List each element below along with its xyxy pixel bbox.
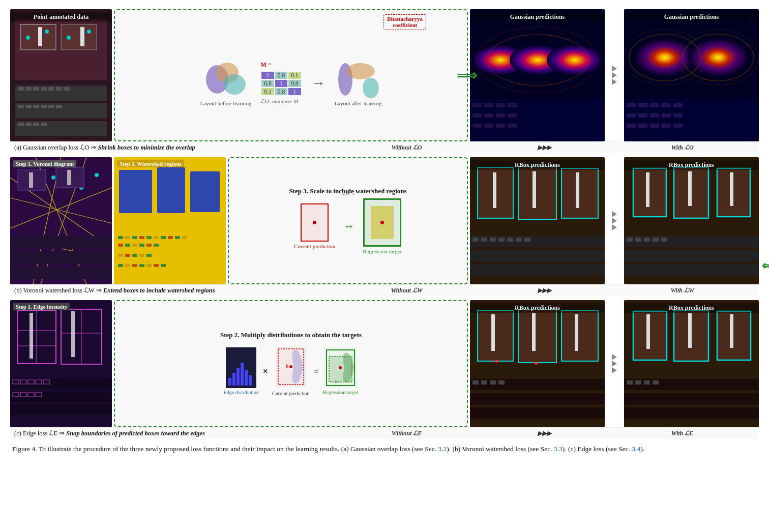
svg-rect-209 bbox=[470, 407, 605, 419]
with-lo: With ℒO bbox=[615, 144, 750, 152]
circles-after bbox=[335, 60, 381, 98]
carr1 bbox=[612, 354, 617, 360]
step1-voronoi-label: Step 1. Voronoi diagram bbox=[13, 160, 76, 167]
svg-rect-108 bbox=[161, 236, 166, 239]
svg-rect-64 bbox=[627, 103, 636, 107]
target-box bbox=[363, 198, 401, 247]
svg-rect-102 bbox=[118, 236, 123, 239]
svg-rect-210 bbox=[472, 380, 479, 385]
svg-rect-110 bbox=[175, 236, 180, 239]
svg-rect-159 bbox=[644, 238, 650, 242]
svg-rect-69 bbox=[627, 113, 636, 117]
svg-rect-225 bbox=[624, 407, 759, 419]
svg-rect-222 bbox=[730, 314, 733, 348]
svg-rect-141 bbox=[481, 238, 487, 242]
svg-rect-204 bbox=[491, 314, 495, 351]
svg-rect-46 bbox=[496, 103, 505, 107]
svg-rect-116 bbox=[146, 244, 152, 247]
svg-rect-118 bbox=[118, 254, 123, 257]
svg-rect-121 bbox=[139, 254, 144, 257]
svg-rect-65 bbox=[638, 103, 647, 107]
rbox-transition-arrow-b bbox=[607, 157, 622, 284]
svg-rect-100 bbox=[157, 167, 185, 213]
lo-minimize-label: ℒO: minimize M bbox=[260, 98, 302, 105]
step2-edge-panel: Step 2. Multiply distributions to obtain… bbox=[114, 300, 468, 427]
point-annotated-panel: Point-annotated data bbox=[10, 9, 112, 141]
gauss-panel-2: Gaussian predictions bbox=[624, 9, 759, 141]
svg-rect-190 bbox=[249, 375, 252, 386]
svg-rect-66 bbox=[650, 103, 659, 107]
svg-rect-142 bbox=[490, 238, 496, 242]
svg-rect-5 bbox=[38, 27, 42, 46]
svg-rect-26 bbox=[56, 105, 62, 108]
svg-rect-96 bbox=[10, 251, 112, 264]
svg-rect-48 bbox=[472, 113, 482, 117]
svg-point-194 bbox=[289, 365, 292, 368]
caption-a-text: (a) Gaussian overlap loss ℒO ⇒ bbox=[14, 143, 96, 152]
right-arrow-c: ⟸ bbox=[762, 259, 769, 273]
caption-b-italic: Extend boxes to include watershed region… bbox=[103, 287, 215, 294]
before-label: Layout before learning bbox=[200, 100, 252, 106]
equals-op: = bbox=[314, 366, 319, 377]
step3-panel: Step 3. Scale to include watershed regio… bbox=[228, 157, 468, 284]
svg-rect-20 bbox=[64, 87, 70, 91]
with-lw: With ℒW bbox=[615, 287, 750, 294]
diagram-row: Layout before learning M = 10.80.1 0.810… bbox=[200, 60, 382, 106]
svg-rect-51 bbox=[508, 113, 517, 117]
without-le: Without ℒE bbox=[339, 430, 474, 437]
svg-rect-18 bbox=[48, 87, 54, 91]
svg-rect-47 bbox=[508, 103, 517, 107]
svg-rect-24 bbox=[41, 105, 47, 108]
svg-rect-101 bbox=[190, 171, 220, 212]
svg-rect-136 bbox=[576, 172, 579, 208]
svg-rect-128 bbox=[154, 264, 159, 267]
svg-rect-219 bbox=[717, 311, 751, 360]
transition-arrow-text-c: ▶▶▶ bbox=[477, 430, 612, 437]
caption-a: (a) Gaussian overlap loss ℒO ⇒ Shrink bo… bbox=[10, 141, 759, 153]
svg-rect-212 bbox=[490, 380, 496, 385]
svg-rect-97 bbox=[10, 267, 112, 279]
svg-rect-76 bbox=[650, 124, 659, 128]
svg-rect-205 bbox=[532, 313, 536, 351]
circles-before bbox=[203, 60, 249, 98]
svg-rect-44 bbox=[472, 103, 482, 107]
current-pred-edge-block: h Current prediction bbox=[272, 346, 310, 396]
svg-rect-211 bbox=[481, 380, 487, 385]
rbox3-title: RBox predictions bbox=[470, 303, 605, 313]
svg-rect-144 bbox=[507, 238, 513, 242]
reg-target-edge-block: ht Regression target bbox=[323, 347, 359, 395]
svg-rect-117 bbox=[154, 244, 159, 247]
aerial-inner: Point-annotated data bbox=[10, 9, 112, 141]
multi-arrow bbox=[612, 66, 617, 85]
caption-b: (b) Voronoi watershed loss ℒW ⇒ Extend b… bbox=[10, 284, 759, 296]
right-arrow-a: ⟹ bbox=[457, 67, 477, 84]
svg-rect-132 bbox=[518, 166, 556, 220]
svg-rect-17 bbox=[41, 87, 47, 91]
rbox4-title: RBox predictions bbox=[624, 303, 759, 313]
gauss-panel-1: Gaussian predictions bbox=[470, 9, 605, 141]
svg-text:ht: ht bbox=[335, 379, 339, 384]
svg-rect-115 bbox=[139, 244, 144, 247]
step3-boxes: ℒW ↕ Current prediction ↔ bbox=[294, 198, 401, 254]
bhatta-label: Bhattacharyya coefficient bbox=[383, 14, 426, 29]
svg-rect-99 bbox=[119, 170, 152, 213]
svg-rect-55 bbox=[508, 124, 517, 128]
edge-dist-label: Edge distribution bbox=[224, 390, 259, 395]
step2-edge-title: Step 2. Multiply distributions to obtain… bbox=[220, 331, 362, 339]
gauss2-title: Gaussian predictions bbox=[624, 12, 759, 22]
svg-point-10 bbox=[87, 29, 91, 34]
svg-point-57 bbox=[634, 38, 695, 77]
svg-rect-124 bbox=[125, 264, 130, 267]
svg-point-58 bbox=[688, 38, 749, 77]
svg-rect-156 bbox=[624, 264, 759, 276]
svg-rect-15 bbox=[25, 87, 32, 91]
rbox-panel-4: RBox predictions bbox=[624, 300, 759, 427]
le-label: ℒE bbox=[746, 15, 754, 23]
svg-rect-49 bbox=[484, 113, 493, 117]
with-le: With ℒE bbox=[615, 430, 750, 437]
svg-rect-213 bbox=[498, 380, 505, 385]
row-c: Step 1. Edge intensity Step 2. Multiply … bbox=[10, 300, 759, 427]
bhatta-diagram-panel: Bhattacharyya coefficient Layout before … bbox=[114, 9, 468, 141]
svg-rect-72 bbox=[662, 113, 671, 117]
svg-rect-135 bbox=[533, 171, 536, 208]
